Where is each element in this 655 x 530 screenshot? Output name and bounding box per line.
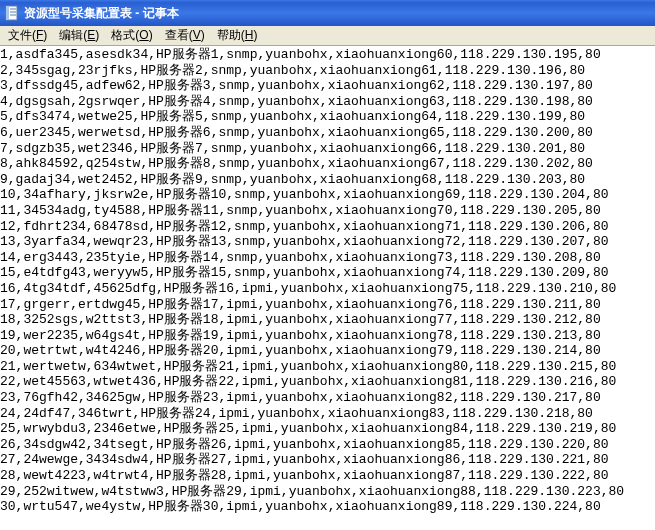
titlebar[interactable]: 资源型号采集配置表 - 记事本 bbox=[0, 0, 655, 26]
notepad-icon bbox=[4, 5, 20, 21]
notepad-window: 资源型号采集配置表 - 记事本 文件(F) 编辑(E) 格式(O) 查看(V) … bbox=[0, 0, 655, 530]
svg-rect-1 bbox=[6, 6, 9, 20]
menu-view[interactable]: 查看(V) bbox=[159, 25, 211, 46]
menu-help[interactable]: 帮助(H) bbox=[211, 25, 264, 46]
menu-format[interactable]: 格式(O) bbox=[105, 25, 158, 46]
menu-edit[interactable]: 编辑(E) bbox=[53, 25, 105, 46]
window-title: 资源型号采集配置表 - 记事本 bbox=[24, 5, 179, 22]
text-body[interactable]: 1,asdfa345,asesdk34,HP服务器1,snmp,yuanbohx… bbox=[0, 47, 655, 515]
menubar: 文件(F) 编辑(E) 格式(O) 查看(V) 帮助(H) bbox=[0, 26, 655, 46]
text-content-area[interactable]: 1,asdfa345,asesdk34,HP服务器1,snmp,yuanbohx… bbox=[0, 46, 655, 530]
menu-file[interactable]: 文件(F) bbox=[2, 25, 53, 46]
